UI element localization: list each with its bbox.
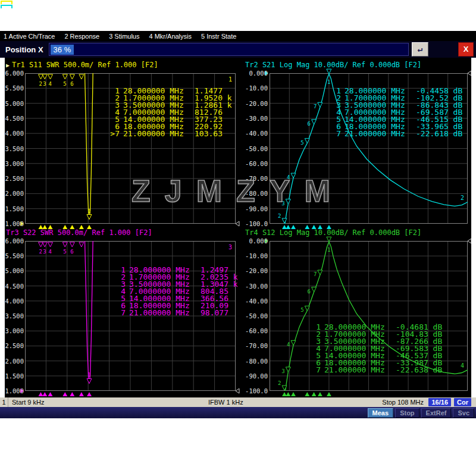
marker-table-row: 721.000000 MHz-22.638 dB: [311, 367, 442, 374]
trace2-title[interactable]: Tr2 S21 Log Mag 10.00dB/ Ref 0.000dB [F2…: [245, 61, 421, 69]
stimulus-marker: [62, 392, 67, 396]
marker-Tr2-2[interactable]: 2: [278, 213, 287, 229]
enter-button[interactable]: ↵: [412, 42, 428, 57]
menu-item-stimulus[interactable]: 3 Stimulus: [109, 33, 139, 40]
y-axis-tick: -30.00: [244, 115, 268, 122]
svg-text:5: 5: [300, 307, 303, 313]
marker-table-Tr4: 128.000000 MHz-0.4681 dB21.7000000 MHz-1…: [311, 324, 442, 374]
marker-Tr3-3[interactable]: 3: [42, 242, 47, 396]
trace4-title[interactable]: Tr4 S12 Log Mag 10.00dB/ Ref 0.000dB [F2…: [245, 228, 421, 237]
trace-line-Tr3: [84, 223, 93, 384]
start-frequency-label: Start 9 kHz: [12, 397, 44, 407]
svg-text:3: 3: [281, 368, 284, 374]
y-axis-tick: 6.000: [4, 70, 24, 77]
stimulus-marker: [79, 392, 84, 396]
menu-bar: 1 Active Ch/Trace 2 Response 3 Stimulus …: [0, 31, 476, 41]
status-svc: Svc: [453, 408, 474, 418]
y-axis-tick: -20.00: [244, 100, 268, 107]
svg-text:4: 4: [287, 342, 290, 347]
instrument-status-bar: Meas Stop ExtRef Svc: [0, 407, 476, 418]
svg-text:7: 7: [314, 104, 317, 109]
marker-Tr1-1[interactable]: 1: [87, 208, 92, 230]
stimulus-marker: [48, 392, 53, 396]
ifbw-label: IFBW 1 kHz: [208, 397, 243, 407]
svg-text:1: 1: [87, 372, 90, 378]
menu-item-response[interactable]: 2 Response: [64, 33, 99, 40]
svg-text:5: 5: [300, 140, 303, 146]
y-axis-tick: 5.500: [4, 252, 24, 259]
y-axis-tick: 4.000: [4, 298, 24, 305]
y-axis-tick: 0.000: [244, 237, 268, 245]
stimulus-marker: [282, 392, 287, 396]
y-axis-tick: -60.00: [244, 160, 268, 167]
stimulus-marker: [327, 392, 331, 396]
entry-field[interactable]: 36 %: [49, 43, 409, 56]
y-axis-tick: -90.00: [244, 372, 268, 380]
marker-Tr3-7[interactable]: [79, 242, 84, 396]
trace3-title[interactable]: Tr3 S22 SWR 500.0m/ Ref 1.000 [F2]: [6, 228, 152, 237]
y-axis-tick: 5.000: [4, 267, 24, 274]
status-meas: Meas: [368, 408, 394, 418]
marker-table-row: >721.000000 MHz103.63: [109, 130, 232, 137]
ref-level-indicator-right: [236, 221, 239, 226]
active-trace-icon: ▶: [6, 62, 10, 68]
y-axis-tick: -10.00: [244, 252, 268, 259]
marker-Tr3-6[interactable]: 6: [70, 242, 74, 396]
status-stop: Stop: [395, 408, 419, 418]
y-axis-tick: 0.000: [244, 70, 268, 77]
stimulus-marker: [305, 392, 309, 396]
svg-text:2: 2: [39, 249, 42, 255]
svg-text:1: 1: [327, 79, 330, 85]
stimulus-marker: [42, 392, 47, 396]
stimulus-marker: [318, 392, 322, 396]
ref-level-indicator-right: [468, 71, 471, 76]
marker-Tr4-2[interactable]: 2: [278, 380, 287, 396]
toolbar-spacer: [428, 49, 458, 50]
svg-text:6: 6: [308, 121, 311, 127]
trace1-title-text: Tr1 S11 SWR 500.0m/ Ref 1.000 [F2]: [12, 61, 158, 69]
stimulus-marker: [70, 392, 74, 396]
points-badge: 16/16: [428, 398, 451, 406]
svg-text:1: 1: [327, 247, 330, 253]
y-axis-tick: 1.000: [4, 387, 24, 394]
svg-text:7: 7: [314, 271, 317, 277]
marker-table-Tr3: 128.000000 MHz1.249721.7000000 MHz2.0235…: [115, 267, 238, 317]
y-axis-tick: -50.00: [244, 145, 268, 152]
stop-frequency-label: Stop 108 MHz: [382, 397, 424, 407]
marker-Tr4-5[interactable]: 5: [300, 306, 309, 396]
menu-item-instr-state[interactable]: 5 Instr State: [201, 33, 236, 40]
marker-table-Tr1: 128.000000 MHz1.147721.7000000 MHz1.9520…: [109, 87, 232, 137]
y-axis-tick: 3.500: [4, 145, 24, 152]
channel-number: 1: [0, 397, 8, 407]
menu-item-active-ch-trace[interactable]: 1 Active Ch/Trace: [4, 33, 55, 40]
trace1-title[interactable]: ▶Tr1 S11 SWR 500.0m/ Ref 1.000 [F2]: [6, 61, 158, 69]
trace-number: 1: [228, 76, 232, 83]
y-axis-tick: 2.000: [4, 358, 24, 365]
svg-text:5: 5: [63, 249, 66, 255]
y-axis-tick: -50.00: [244, 312, 268, 320]
svg-text:6: 6: [70, 249, 73, 255]
ref-level-indicator-right: [468, 239, 471, 243]
entry-value-selected: 36 %: [51, 45, 74, 55]
corner-artifact-yellow: [1, 1, 12, 4]
y-axis-tick: -100.0: [244, 220, 268, 227]
y-axis-tick: -20.00: [244, 267, 268, 274]
y-axis-tick: 6.000: [4, 237, 24, 245]
entry-label: Position X: [5, 45, 43, 54]
corner-artifact-cyan: [1, 5, 12, 8]
svg-text:4: 4: [49, 81, 52, 87]
svg-text:4: 4: [49, 249, 52, 255]
y-axis-tick: -40.00: [244, 298, 268, 305]
close-button[interactable]: X: [458, 42, 474, 57]
trace3-title-text: Tr3 S22 SWR 500.0m/ Ref 1.000 [F2]: [6, 228, 152, 237]
marker-Tr3-2[interactable]: 2: [39, 242, 43, 396]
y-axis-tick: 4.500: [4, 283, 24, 290]
y-axis-tick: -80.00: [244, 358, 268, 365]
y-axis-tick: 3.000: [4, 160, 24, 167]
menu-item-mkr-analysis[interactable]: 4 Mkr/Analysis: [149, 33, 192, 40]
stimulus-marker: [291, 392, 296, 396]
marker-Tr3-5[interactable]: 5: [62, 242, 67, 396]
y-axis-tick: -30.00: [244, 283, 268, 290]
marker-Tr3-4[interactable]: 4: [48, 242, 53, 396]
y-axis-tick: -10.00: [244, 84, 268, 92]
